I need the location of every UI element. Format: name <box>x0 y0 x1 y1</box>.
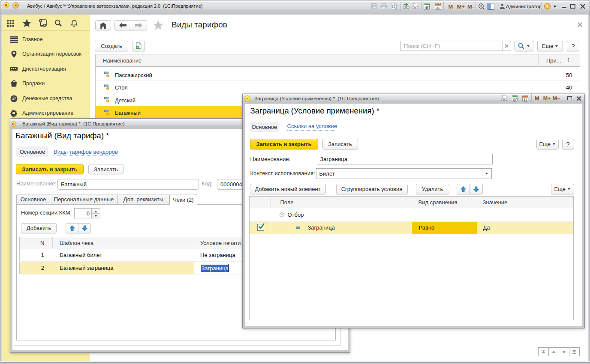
svg-text:31: 31 <box>523 98 527 101</box>
svg-text:31: 31 <box>436 6 440 10</box>
